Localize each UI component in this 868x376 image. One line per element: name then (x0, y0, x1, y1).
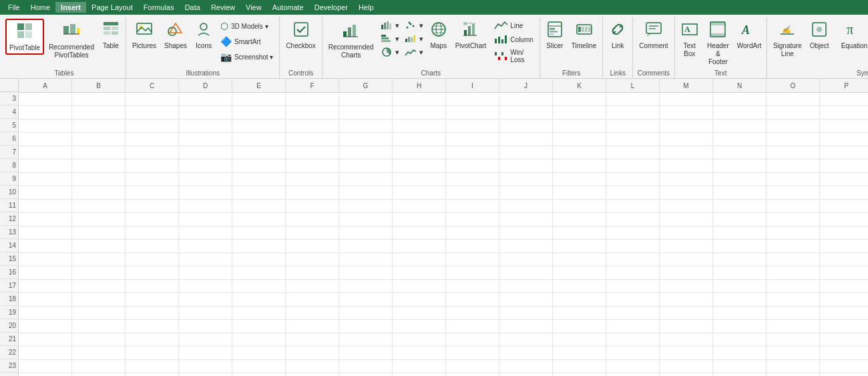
grid-cell[interactable] (499, 333, 553, 347)
grid-cell[interactable] (713, 307, 767, 320)
grid-row[interactable] (19, 360, 868, 373)
grid-row[interactable] (19, 213, 868, 226)
grid-cell[interactable] (767, 173, 820, 186)
grid-cell[interactable] (713, 253, 767, 266)
grid-cell[interactable] (820, 160, 868, 173)
recommended-pivottables-button[interactable]: RecommendedPivotTables (45, 19, 97, 61)
grid-cell[interactable] (286, 146, 339, 160)
grid-cell[interactable] (286, 333, 339, 347)
grid-row[interactable] (19, 106, 868, 120)
grid-cell[interactable] (72, 93, 126, 106)
grid-cell[interactable] (660, 293, 713, 307)
grid-cell[interactable] (713, 280, 767, 293)
grid-row[interactable] (19, 226, 868, 240)
grid-cell[interactable] (286, 226, 339, 240)
grid-cell[interactable] (232, 373, 286, 376)
grid-cell[interactable] (553, 213, 606, 226)
grid-cell[interactable] (179, 373, 232, 376)
grid-cell[interactable] (606, 146, 660, 160)
grid-row[interactable] (19, 133, 868, 146)
grid-cell[interactable] (767, 133, 820, 146)
grid-cell[interactable] (126, 240, 179, 253)
grid-cell[interactable] (820, 320, 868, 333)
grid-cell[interactable] (660, 200, 713, 213)
grid-cell[interactable] (126, 266, 179, 280)
grid-cell[interactable] (553, 266, 606, 280)
grid-cell[interactable] (339, 347, 393, 360)
grid-cell[interactable] (232, 320, 286, 333)
grid-cell[interactable] (19, 333, 72, 347)
grid-cell[interactable] (339, 93, 393, 106)
grid-cell[interactable] (660, 146, 713, 160)
grid-cell[interactable] (767, 280, 820, 293)
grid-cell[interactable] (660, 307, 713, 320)
grid-cell[interactable] (179, 253, 232, 266)
grid-cell[interactable] (126, 120, 179, 133)
grid-cell[interactable] (339, 200, 393, 213)
menu-insert[interactable]: Insert (55, 2, 86, 13)
grid-cell[interactable] (606, 226, 660, 240)
recommended-charts-button[interactable]: RecommendedCharts (325, 19, 377, 61)
grid-cell[interactable] (286, 240, 339, 253)
grid-cell[interactable] (660, 360, 713, 373)
grid-cell[interactable] (767, 307, 820, 320)
grid-cell[interactable] (553, 347, 606, 360)
grid-cell[interactable] (393, 120, 446, 133)
grid-row[interactable] (19, 266, 868, 280)
grid-cell[interactable] (713, 120, 767, 133)
grid-cell[interactable] (553, 280, 606, 293)
grid-cell[interactable] (660, 173, 713, 186)
grid-cell[interactable] (820, 133, 868, 146)
grid-cell[interactable] (713, 226, 767, 240)
grid-cell[interactable] (126, 133, 179, 146)
grid-cell[interactable] (820, 173, 868, 186)
grid-cell[interactable] (553, 240, 606, 253)
grid-cell[interactable] (553, 160, 606, 173)
grid-cell[interactable] (499, 307, 553, 320)
grid-cell[interactable] (446, 307, 499, 320)
grid-cell[interactable] (553, 360, 606, 373)
grid-cell[interactable] (820, 307, 868, 320)
grid-cell[interactable] (660, 133, 713, 146)
grid-cell[interactable] (72, 173, 126, 186)
grid-cell[interactable] (606, 360, 660, 373)
grid-cell[interactable] (19, 186, 72, 200)
grid-cell[interactable] (713, 360, 767, 373)
grid-row[interactable] (19, 146, 868, 160)
grid-cell[interactable] (660, 93, 713, 106)
object-button[interactable]: Object (807, 19, 833, 52)
grid-cell[interactable] (393, 373, 446, 376)
grid-cell[interactable] (286, 186, 339, 200)
grid-cell[interactable] (660, 120, 713, 133)
grid-cell[interactable] (606, 347, 660, 360)
grid-cell[interactable] (446, 160, 499, 173)
grid-cell[interactable] (126, 186, 179, 200)
grid-cell[interactable] (499, 186, 553, 200)
grid-cell[interactable] (179, 293, 232, 307)
grid-cell[interactable] (606, 293, 660, 307)
grid-cell[interactable] (232, 333, 286, 347)
grid-row[interactable] (19, 307, 868, 320)
grid-cell[interactable] (232, 120, 286, 133)
grid-cell[interactable] (660, 226, 713, 240)
grid-cell[interactable] (19, 266, 72, 280)
grid-cell[interactable] (713, 173, 767, 186)
grid-cell[interactable] (713, 106, 767, 120)
grid-cell[interactable] (553, 186, 606, 200)
grid-cell[interactable] (232, 253, 286, 266)
grid-cell[interactable] (126, 146, 179, 160)
grid-cell[interactable] (767, 360, 820, 373)
grid-cell[interactable] (446, 213, 499, 226)
grid-cell[interactable] (393, 360, 446, 373)
grid-cell[interactable] (19, 373, 72, 376)
grid-cell[interactable] (19, 93, 72, 106)
pictures-button[interactable]: Pictures (129, 19, 160, 52)
grid-cell[interactable] (553, 333, 606, 347)
grid-cell[interactable] (499, 213, 553, 226)
grid-cell[interactable] (339, 320, 393, 333)
grid-cell[interactable] (72, 200, 126, 213)
menu-file[interactable]: File (3, 2, 25, 13)
grid-cell[interactable] (232, 213, 286, 226)
grid-cell[interactable] (499, 320, 553, 333)
grid-cell[interactable] (126, 200, 179, 213)
